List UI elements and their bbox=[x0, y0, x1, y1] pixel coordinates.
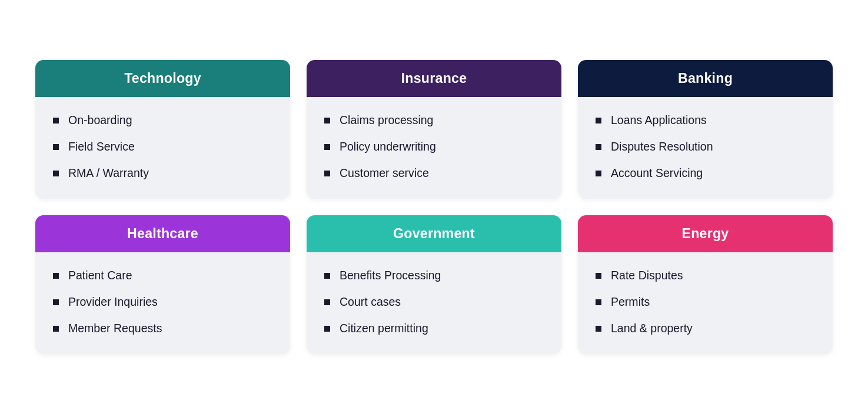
card-healthcare: HealthcarePatient CareProvider Inquiries… bbox=[35, 215, 290, 354]
card-title-banking: Banking bbox=[590, 71, 821, 86]
card-list-technology: On-boardingField ServiceRMA / Warranty bbox=[53, 113, 272, 180]
card-energy: EnergyRate DisputesPermitsLand & propert… bbox=[578, 215, 833, 354]
bullet-icon bbox=[53, 326, 59, 332]
list-item: RMA / Warranty bbox=[53, 166, 272, 180]
list-item-text: RMA / Warranty bbox=[68, 166, 149, 180]
list-item-text: Disputes Resolution bbox=[611, 140, 713, 153]
card-banking: BankingLoans ApplicationsDisputes Resolu… bbox=[578, 60, 833, 199]
bullet-icon bbox=[596, 273, 601, 279]
card-body-energy: Rate DisputesPermitsLand & property bbox=[578, 252, 833, 354]
list-item-text: Patient Care bbox=[68, 269, 132, 282]
bullet-icon bbox=[53, 118, 59, 123]
card-title-government: Government bbox=[318, 226, 550, 242]
card-header-banking: Banking bbox=[578, 60, 833, 97]
bullet-icon bbox=[53, 171, 59, 176]
card-header-energy: Energy bbox=[578, 215, 833, 252]
card-header-insurance: Insurance bbox=[307, 60, 561, 97]
list-item: Member Requests bbox=[53, 322, 272, 335]
card-list-energy: Rate DisputesPermitsLand & property bbox=[596, 269, 815, 335]
bullet-icon bbox=[324, 273, 330, 279]
list-item: Claims processing bbox=[324, 113, 544, 127]
list-item: Customer service bbox=[324, 166, 544, 180]
list-item: On-boarding bbox=[53, 113, 272, 127]
card-header-healthcare: Healthcare bbox=[35, 215, 290, 252]
list-item: Policy underwriting bbox=[324, 140, 544, 153]
list-item: Provider Inquiries bbox=[53, 295, 272, 309]
card-title-technology: Technology bbox=[47, 71, 278, 86]
bullet-icon bbox=[596, 118, 601, 123]
card-header-government: Government bbox=[307, 215, 561, 252]
list-item-text: Loans Applications bbox=[611, 113, 707, 127]
list-item-text: Claims processing bbox=[340, 113, 433, 127]
list-item-text: Court cases bbox=[340, 295, 401, 309]
list-item: Citizen permitting bbox=[324, 322, 544, 335]
bullet-icon bbox=[324, 171, 330, 176]
list-item-text: Land & property bbox=[611, 322, 693, 335]
list-item: Rate Disputes bbox=[596, 269, 815, 282]
card-body-technology: On-boardingField ServiceRMA / Warranty bbox=[35, 97, 290, 199]
card-body-government: Benefits ProcessingCourt casesCitizen pe… bbox=[307, 252, 561, 354]
bullet-icon bbox=[53, 299, 59, 305]
list-item-text: Benefits Processing bbox=[340, 269, 441, 282]
bullet-icon bbox=[324, 326, 330, 332]
card-government: GovernmentBenefits ProcessingCourt cases… bbox=[307, 215, 561, 354]
card-list-government: Benefits ProcessingCourt casesCitizen pe… bbox=[324, 269, 544, 335]
list-item: Account Servicing bbox=[596, 166, 815, 180]
card-list-healthcare: Patient CareProvider InquiriesMember Req… bbox=[53, 269, 272, 335]
list-item-text: On-boarding bbox=[68, 113, 132, 127]
list-item-text: Rate Disputes bbox=[611, 269, 683, 282]
list-item-text: Citizen permitting bbox=[340, 322, 428, 335]
bullet-icon bbox=[324, 144, 330, 150]
list-item: Loans Applications bbox=[596, 113, 815, 127]
card-title-insurance: Insurance bbox=[318, 71, 550, 86]
list-item-text: Customer service bbox=[340, 166, 429, 180]
card-list-banking: Loans ApplicationsDisputes ResolutionAcc… bbox=[596, 113, 815, 180]
card-body-insurance: Claims processingPolicy underwritingCust… bbox=[307, 97, 561, 199]
bullet-icon bbox=[596, 171, 601, 176]
card-header-technology: Technology bbox=[35, 60, 290, 97]
list-item-text: Permits bbox=[611, 295, 650, 309]
card-body-healthcare: Patient CareProvider InquiriesMember Req… bbox=[35, 252, 290, 354]
card-body-banking: Loans ApplicationsDisputes ResolutionAcc… bbox=[578, 97, 833, 199]
list-item: Permits bbox=[596, 295, 815, 309]
cards-grid: TechnologyOn-boardingField ServiceRMA / … bbox=[35, 60, 833, 354]
card-title-energy: Energy bbox=[590, 226, 821, 242]
card-title-healthcare: Healthcare bbox=[47, 226, 278, 242]
bullet-icon bbox=[596, 299, 601, 305]
list-item: Land & property bbox=[596, 322, 815, 335]
list-item: Field Service bbox=[53, 140, 272, 153]
bullet-icon bbox=[324, 299, 330, 305]
list-item-text: Account Servicing bbox=[611, 166, 703, 180]
list-item-text: Provider Inquiries bbox=[68, 295, 158, 309]
list-item-text: Member Requests bbox=[68, 322, 162, 335]
bullet-icon bbox=[324, 118, 330, 123]
list-item-text: Policy underwriting bbox=[340, 140, 436, 153]
list-item-text: Field Service bbox=[68, 140, 135, 153]
list-item: Disputes Resolution bbox=[596, 140, 815, 153]
bullet-icon bbox=[596, 326, 601, 332]
card-insurance: InsuranceClaims processingPolicy underwr… bbox=[307, 60, 561, 199]
bullet-icon bbox=[596, 144, 601, 150]
list-item: Patient Care bbox=[53, 269, 272, 282]
card-technology: TechnologyOn-boardingField ServiceRMA / … bbox=[35, 60, 290, 199]
main-container: TechnologyOn-boardingField ServiceRMA / … bbox=[12, 42, 856, 372]
card-list-insurance: Claims processingPolicy underwritingCust… bbox=[324, 113, 544, 180]
list-item: Benefits Processing bbox=[324, 269, 544, 282]
list-item: Court cases bbox=[324, 295, 544, 309]
bullet-icon bbox=[53, 144, 59, 150]
bullet-icon bbox=[53, 273, 59, 279]
